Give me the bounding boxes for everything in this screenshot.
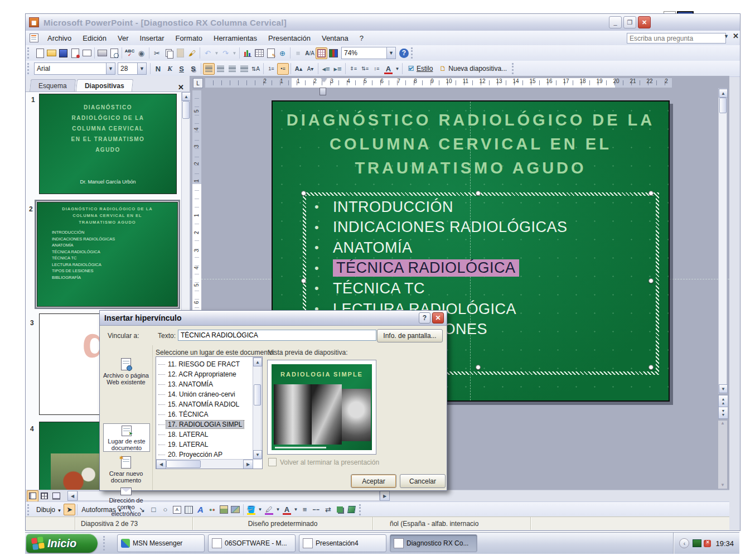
list-item[interactable]: 20. Proyección AP: [156, 450, 262, 460]
panel-close-icon[interactable]: ✕: [175, 83, 187, 91]
mail-icon[interactable]: [81, 47, 93, 59]
print-icon[interactable]: [96, 47, 108, 59]
spacing-decrease-icon[interactable]: ⇅≡: [359, 63, 371, 75]
toolbar-grip[interactable]: [27, 47, 32, 59]
status-language[interactable]: ñol (España - alfab. internacio: [373, 517, 531, 530]
slideshow-view-icon[interactable]: [50, 490, 62, 502]
show-formatting-icon[interactable]: A/A: [304, 47, 316, 59]
bullet-row[interactable]: • TÉCNICA TC: [314, 279, 425, 298]
insert-picture-icon[interactable]: [230, 504, 241, 515]
list-item[interactable]: 11. RIESGO DE FRACT: [156, 359, 262, 369]
sidebar-existing-file[interactable]: Archivo o página Web existente: [103, 356, 149, 389]
insert-table-icon[interactable]: [253, 47, 265, 59]
return-checkbox[interactable]: Volver al terminar la presentación: [268, 458, 379, 466]
line-color-icon[interactable]: 🖊: [263, 504, 275, 515]
3d-style-icon[interactable]: [346, 504, 357, 515]
align-left-icon[interactable]: [203, 63, 215, 75]
spelling-icon[interactable]: ABC✓: [124, 47, 135, 59]
accept-button[interactable]: Aceptar: [351, 474, 396, 488]
permission-icon[interactable]: [69, 47, 81, 59]
shadow-style-icon[interactable]: [334, 504, 346, 515]
ask-question-dropdown-icon[interactable]: ▼: [724, 33, 729, 39]
font-name-dropdown-icon[interactable]: ▼: [106, 63, 115, 74]
slide-scrollbar[interactable]: ▲ ▼: [718, 88, 727, 394]
zoom-combo[interactable]: 74% ▼: [341, 47, 396, 59]
restore-button[interactable]: ❐: [623, 16, 636, 28]
scroll-down-icon[interactable]: ▼: [253, 450, 262, 459]
tray-clock[interactable]: 19:34: [715, 539, 734, 548]
scrollbar-thumb[interactable]: [166, 460, 201, 468]
document-icon[interactable]: [30, 33, 38, 42]
line-style-icon[interactable]: ≡: [299, 504, 311, 515]
slide-thumbnail-2[interactable]: DIAGNÓSTICO RADIOLÓGICO DE LACOLUMNA CER…: [37, 202, 178, 307]
italic-button[interactable]: K: [164, 63, 176, 75]
arrow-style-icon[interactable]: ⇄: [322, 504, 334, 515]
decrease-font-icon[interactable]: A▾: [304, 63, 316, 75]
scroll-left-icon[interactable]: ◀: [67, 491, 78, 501]
tray-chevron-icon[interactable]: ‹: [679, 538, 689, 548]
font-size-combo[interactable]: 28 ▼: [118, 62, 147, 75]
menu-item[interactable]: Formato: [171, 32, 207, 44]
slide-thumbnail-1[interactable]: DIAGNÓSTICORADIOLÓGICO DE LACOLUMNA CERV…: [39, 94, 177, 194]
toolbar-overflow[interactable]: [512, 63, 516, 74]
insert-chart-icon[interactable]: [241, 47, 253, 59]
scroll-up-icon[interactable]: ▲: [253, 358, 262, 366]
selection-handle[interactable]: [648, 365, 654, 370]
bullet-row[interactable]: • INDICACIONES RADIOLÓGICAS: [314, 218, 568, 237]
spacing-increase-icon[interactable]: ⇕≡: [347, 63, 359, 75]
bullet-row[interactable]: • TÉCNICA RADIOLÓGICA: [314, 259, 519, 278]
normal-view-icon[interactable]: [27, 490, 38, 502]
list-item[interactable]: 14. Unión cráneo-cervi: [156, 389, 262, 399]
line-color-dropdown-icon[interactable]: ▼: [275, 504, 281, 515]
toolbar-grip[interactable]: [27, 63, 32, 74]
menu-item[interactable]: Edición: [78, 32, 112, 44]
align-center-icon[interactable]: [215, 63, 226, 75]
undo-dropdown-icon[interactable]: ▼: [214, 47, 220, 59]
dialog-close-icon[interactable]: ✕: [432, 312, 444, 324]
hyperlink-text-input[interactable]: [178, 330, 376, 341]
decrease-indent-icon[interactable]: ◂≡: [320, 63, 332, 75]
select-pointer-icon[interactable]: ➤: [64, 504, 75, 515]
research-icon[interactable]: ◉: [135, 47, 147, 59]
diagram-icon[interactable]: ●●: [206, 504, 218, 515]
status-design[interactable]: Diseño predeterminado: [193, 517, 373, 530]
taskbar-task[interactable]: 06SOFTWARE - M...: [208, 534, 296, 552]
tab-diapositivas[interactable]: Diapositivas: [76, 79, 133, 91]
grid-icon[interactable]: [316, 47, 327, 59]
font-color-icon[interactable]: A: [383, 63, 394, 75]
tab-esquema[interactable]: Esquema: [30, 79, 76, 91]
expand-all-icon[interactable]: ≡: [292, 47, 304, 59]
clipart-icon[interactable]: [218, 504, 230, 515]
list-item[interactable]: 19. LATERAL: [156, 440, 262, 450]
new-icon[interactable]: [34, 47, 46, 59]
open-icon[interactable]: [46, 47, 57, 59]
list-item[interactable]: 12. ACR Appropriatene: [156, 369, 262, 379]
menu-item[interactable]: Presentación: [263, 32, 316, 44]
help-icon[interactable]: ?: [399, 49, 409, 58]
quicklaunch-grip[interactable]: [103, 536, 113, 551]
paste-icon[interactable]: [175, 47, 186, 59]
font-color-icon[interactable]: A: [281, 504, 293, 515]
bullet-list-icon[interactable]: •≡: [277, 63, 289, 75]
selection-handle[interactable]: [301, 191, 306, 196]
menu-item[interactable]: ?: [355, 32, 369, 44]
undo-icon[interactable]: ↶: [202, 47, 214, 59]
list-item[interactable]: 15. ANATOMÍA RADIOL: [156, 399, 262, 409]
tray-network-icon[interactable]: [693, 539, 701, 547]
font-color-dropdown-icon[interactable]: ▼: [394, 63, 400, 75]
wordart-icon[interactable]: A: [195, 504, 206, 515]
style-button[interactable]: 🗹Estilo: [404, 65, 436, 73]
increase-indent-icon[interactable]: ▸≡: [332, 63, 343, 75]
justify-icon[interactable]: [238, 63, 250, 75]
cancel-button[interactable]: Cancelar: [400, 474, 446, 488]
fill-color-icon[interactable]: 🪣: [245, 504, 257, 515]
taskbar-task[interactable]: Presentación4: [299, 534, 386, 552]
scrollbar-thumb[interactable]: [182, 101, 190, 119]
tab-stop-selector[interactable]: L: [193, 78, 203, 88]
save-icon[interactable]: [57, 47, 69, 59]
line-spacing-icon[interactable]: ↕≡: [371, 63, 383, 75]
scroll-right-icon[interactable]: ▶: [380, 491, 390, 501]
toolbar-overflow[interactable]: [359, 504, 364, 515]
increase-font-icon[interactable]: A▴: [293, 63, 304, 75]
menubar-close-icon[interactable]: ✕: [733, 32, 739, 40]
